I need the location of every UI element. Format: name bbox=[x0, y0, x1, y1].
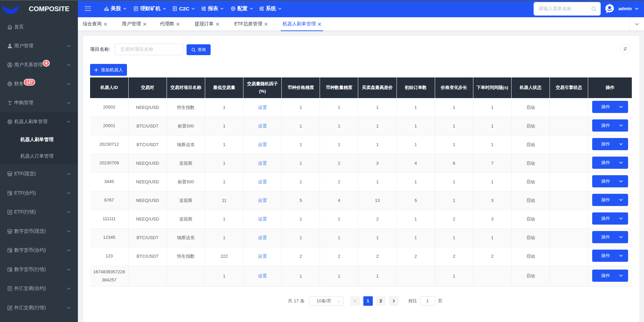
svg-text:SQL: SQL bbox=[8, 268, 12, 270]
svg-text:SQL: SQL bbox=[8, 249, 12, 251]
svg-text:SQL: SQL bbox=[8, 192, 12, 193]
